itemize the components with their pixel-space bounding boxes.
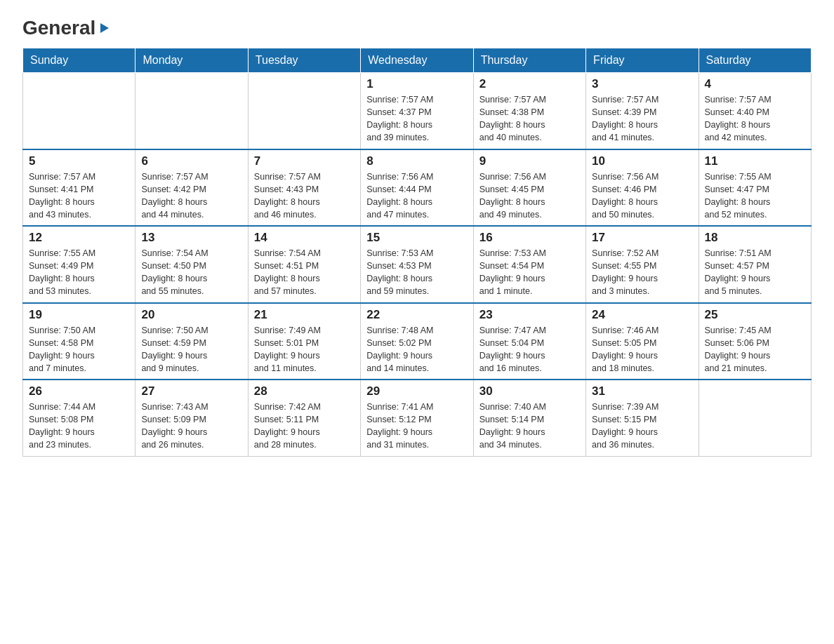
day-info: Sunrise: 7:57 AM Sunset: 4:37 PM Dayligh… [366,93,467,145]
day-info: Sunrise: 7:53 AM Sunset: 4:54 PM Dayligh… [479,247,580,298]
logo: General [22,17,110,39]
day-number: 18 [705,231,805,245]
calendar-cell [699,380,811,456]
day-number: 22 [366,308,467,322]
day-number: 3 [592,77,692,91]
weekday-header-tuesday: Tuesday [248,48,360,73]
page-header: General [22,17,812,39]
day-number: 17 [592,231,692,245]
calendar-cell: 20Sunrise: 7:50 AM Sunset: 4:59 PM Dayli… [135,303,248,380]
day-info: Sunrise: 7:51 AM Sunset: 4:57 PM Dayligh… [705,247,805,298]
day-info: Sunrise: 7:56 AM Sunset: 4:45 PM Dayligh… [479,170,580,222]
weekday-header-friday: Friday [586,48,699,73]
day-info: Sunrise: 7:48 AM Sunset: 5:02 PM Dayligh… [366,324,467,375]
calendar-week-4: 19Sunrise: 7:50 AM Sunset: 4:58 PM Dayli… [23,303,812,380]
calendar-cell: 5Sunrise: 7:57 AM Sunset: 4:41 PM Daylig… [23,149,135,227]
day-info: Sunrise: 7:46 AM Sunset: 5:05 PM Dayligh… [592,324,692,375]
calendar-cell: 1Sunrise: 7:57 AM Sunset: 4:37 PM Daylig… [361,73,473,149]
day-number: 6 [141,154,241,168]
day-info: Sunrise: 7:39 AM Sunset: 5:15 PM Dayligh… [592,401,692,452]
day-info: Sunrise: 7:53 AM Sunset: 4:53 PM Dayligh… [366,247,467,298]
day-number: 26 [29,384,129,398]
day-info: Sunrise: 7:45 AM Sunset: 5:06 PM Dayligh… [705,324,805,375]
day-number: 5 [29,154,129,168]
day-number: 27 [141,384,241,398]
calendar-cell: 15Sunrise: 7:53 AM Sunset: 4:53 PM Dayli… [361,226,473,303]
calendar-cell: 7Sunrise: 7:57 AM Sunset: 4:43 PM Daylig… [248,149,360,227]
calendar-cell [23,73,135,149]
day-number: 15 [366,231,467,245]
logo-general-text: General [22,17,95,39]
day-number: 13 [141,231,241,245]
day-number: 9 [479,154,580,168]
weekday-header-wednesday: Wednesday [361,48,473,73]
calendar-cell: 19Sunrise: 7:50 AM Sunset: 4:58 PM Dayli… [23,303,135,380]
day-info: Sunrise: 7:57 AM Sunset: 4:39 PM Dayligh… [592,93,692,145]
day-info: Sunrise: 7:50 AM Sunset: 4:59 PM Dayligh… [141,324,241,375]
day-info: Sunrise: 7:57 AM Sunset: 4:42 PM Dayligh… [141,170,241,222]
day-info: Sunrise: 7:56 AM Sunset: 4:46 PM Dayligh… [592,170,692,222]
calendar-week-5: 26Sunrise: 7:44 AM Sunset: 5:08 PM Dayli… [23,380,812,456]
calendar-cell: 22Sunrise: 7:48 AM Sunset: 5:02 PM Dayli… [361,303,473,380]
weekday-header-monday: Monday [135,48,248,73]
day-info: Sunrise: 7:57 AM Sunset: 4:41 PM Dayligh… [29,170,129,222]
day-number: 31 [592,384,692,398]
calendar-week-3: 12Sunrise: 7:55 AM Sunset: 4:49 PM Dayli… [23,226,812,303]
day-number: 10 [592,154,692,168]
day-info: Sunrise: 7:41 AM Sunset: 5:12 PM Dayligh… [366,401,467,452]
day-info: Sunrise: 7:44 AM Sunset: 5:08 PM Dayligh… [29,401,129,452]
calendar-cell: 2Sunrise: 7:57 AM Sunset: 4:38 PM Daylig… [473,73,585,149]
weekday-header-sunday: Sunday [23,48,135,73]
day-number: 28 [254,384,355,398]
day-number: 16 [479,231,580,245]
calendar-week-2: 5Sunrise: 7:57 AM Sunset: 4:41 PM Daylig… [23,149,812,227]
day-number: 23 [479,308,580,322]
calendar-cell: 14Sunrise: 7:54 AM Sunset: 4:51 PM Dayli… [248,226,360,303]
calendar-cell: 28Sunrise: 7:42 AM Sunset: 5:11 PM Dayli… [248,380,360,456]
calendar-cell: 23Sunrise: 7:47 AM Sunset: 5:04 PM Dayli… [473,303,585,380]
weekday-header-saturday: Saturday [699,48,811,73]
day-number: 24 [592,308,692,322]
day-number: 1 [366,77,467,91]
svg-marker-0 [100,23,109,33]
day-number: 7 [254,154,355,168]
day-info: Sunrise: 7:52 AM Sunset: 4:55 PM Dayligh… [592,247,692,298]
day-number: 11 [705,154,805,168]
calendar-cell: 18Sunrise: 7:51 AM Sunset: 4:57 PM Dayli… [699,226,811,303]
day-number: 21 [254,308,355,322]
day-number: 29 [366,384,467,398]
day-info: Sunrise: 7:50 AM Sunset: 4:58 PM Dayligh… [29,324,129,375]
day-info: Sunrise: 7:54 AM Sunset: 4:50 PM Dayligh… [141,247,241,298]
calendar-cell: 21Sunrise: 7:49 AM Sunset: 5:01 PM Dayli… [248,303,360,380]
calendar-cell: 10Sunrise: 7:56 AM Sunset: 4:46 PM Dayli… [586,149,699,227]
day-info: Sunrise: 7:43 AM Sunset: 5:09 PM Dayligh… [141,401,241,452]
day-info: Sunrise: 7:54 AM Sunset: 4:51 PM Dayligh… [254,247,355,298]
calendar-cell: 31Sunrise: 7:39 AM Sunset: 5:15 PM Dayli… [586,380,699,456]
day-number: 2 [479,77,580,91]
calendar-cell [135,73,248,149]
calendar-cell: 4Sunrise: 7:57 AM Sunset: 4:40 PM Daylig… [699,73,811,149]
day-info: Sunrise: 7:56 AM Sunset: 4:44 PM Dayligh… [366,170,467,222]
calendar-table: SundayMondayTuesdayWednesdayThursdayFrid… [22,48,812,457]
day-number: 4 [705,77,805,91]
day-info: Sunrise: 7:49 AM Sunset: 5:01 PM Dayligh… [254,324,355,375]
calendar-cell: 26Sunrise: 7:44 AM Sunset: 5:08 PM Dayli… [23,380,135,456]
calendar-cell: 11Sunrise: 7:55 AM Sunset: 4:47 PM Dayli… [699,149,811,227]
calendar-cell: 12Sunrise: 7:55 AM Sunset: 4:49 PM Dayli… [23,226,135,303]
logo-triangle-icon [98,22,110,37]
calendar-cell [248,73,360,149]
calendar-cell: 25Sunrise: 7:45 AM Sunset: 5:06 PM Dayli… [699,303,811,380]
day-info: Sunrise: 7:55 AM Sunset: 4:47 PM Dayligh… [705,170,805,222]
day-info: Sunrise: 7:42 AM Sunset: 5:11 PM Dayligh… [254,401,355,452]
day-info: Sunrise: 7:57 AM Sunset: 4:40 PM Dayligh… [705,93,805,145]
day-number: 8 [366,154,467,168]
day-number: 19 [29,308,129,322]
calendar-cell: 17Sunrise: 7:52 AM Sunset: 4:55 PM Dayli… [586,226,699,303]
day-info: Sunrise: 7:40 AM Sunset: 5:14 PM Dayligh… [479,401,580,452]
calendar-cell: 27Sunrise: 7:43 AM Sunset: 5:09 PM Dayli… [135,380,248,456]
calendar-cell: 29Sunrise: 7:41 AM Sunset: 5:12 PM Dayli… [361,380,473,456]
day-number: 12 [29,231,129,245]
day-info: Sunrise: 7:55 AM Sunset: 4:49 PM Dayligh… [29,247,129,298]
calendar-cell: 24Sunrise: 7:46 AM Sunset: 5:05 PM Dayli… [586,303,699,380]
day-number: 20 [141,308,241,322]
